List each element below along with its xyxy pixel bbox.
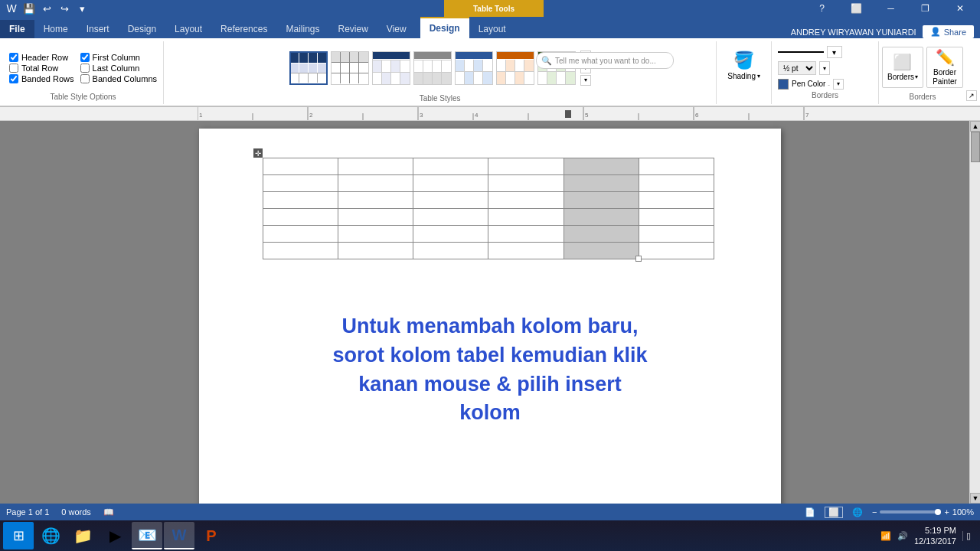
design-page-tab[interactable]: Design (119, 20, 165, 38)
first-column-check[interactable]: First Column (80, 53, 157, 62)
table-cell[interactable] (263, 243, 338, 259)
table-cell-shaded[interactable] (564, 175, 639, 192)
table-cell-shaded[interactable] (564, 192, 639, 209)
references-tab[interactable]: References (211, 20, 276, 38)
table-cell[interactable] (488, 243, 564, 259)
shading-dropdown-icon[interactable]: ▾ (757, 73, 760, 80)
close-button[interactable]: ✕ (942, 0, 977, 17)
table-cell-shaded[interactable] (564, 158, 639, 175)
table-resize-handle[interactable] (635, 256, 642, 262)
table-cell[interactable] (488, 158, 564, 175)
table-cell[interactable] (488, 175, 564, 192)
zoom-slider-thumb[interactable] (935, 509, 941, 515)
borders-dialog-launcher[interactable]: ↗ (966, 90, 977, 101)
document-table[interactable] (263, 158, 714, 259)
taskbar-folder-button[interactable]: 📁 (67, 522, 98, 549)
total-row-check[interactable]: Total Row (9, 64, 77, 73)
review-tab[interactable]: Review (328, 20, 377, 38)
start-button[interactable]: ⊞ (3, 522, 34, 549)
minimize-button[interactable]: ─ (874, 0, 908, 17)
taskbar-powerpoint-button[interactable]: P (196, 522, 227, 549)
header-row-checkbox[interactable] (9, 53, 18, 62)
page-scroll-area[interactable]: ✛ (11, 121, 969, 504)
banded-columns-check[interactable]: Banded Columns (80, 74, 157, 83)
table-cell[interactable] (413, 243, 488, 259)
table-cell[interactable] (263, 192, 338, 209)
table-cell[interactable] (263, 226, 338, 243)
table-style-6[interactable] (496, 51, 534, 85)
table-style-5[interactable] (455, 51, 493, 85)
border-style-dropdown[interactable]: ▾ (827, 46, 842, 58)
table-cell[interactable] (488, 192, 564, 209)
table-cell[interactable] (413, 192, 488, 209)
table-cell[interactable] (338, 192, 413, 209)
restore-button[interactable]: ❐ (908, 0, 942, 17)
table-cell[interactable] (639, 226, 714, 243)
table-style-4[interactable] (413, 51, 452, 85)
table-cell-shaded[interactable] (564, 226, 639, 243)
pen-weight-dropdown[interactable]: ▾ (819, 61, 830, 75)
border-painter-button[interactable]: ✏️ BorderPainter (926, 47, 963, 88)
file-tab[interactable]: File (0, 20, 34, 38)
table-cell[interactable] (263, 209, 338, 226)
tell-me-box[interactable]: 🔍 Tell me what you want to do... (536, 52, 674, 69)
view-tab[interactable]: View (377, 20, 416, 38)
web-layout-button[interactable]: 🌐 (849, 507, 866, 517)
redo-button[interactable]: ↪ (56, 1, 73, 16)
mailings-tab[interactable]: Mailings (276, 20, 328, 38)
total-row-checkbox[interactable] (9, 64, 18, 73)
save-button[interactable]: 💾 (21, 1, 38, 16)
pen-color-dropdown[interactable]: ▾ (833, 79, 844, 90)
scroll-up-button[interactable]: ▲ (970, 121, 980, 132)
last-column-check[interactable]: Last Column (80, 64, 157, 73)
first-column-checkbox[interactable] (80, 53, 90, 62)
table-style-2[interactable] (331, 51, 369, 85)
table-cell[interactable] (413, 209, 488, 226)
table-cell[interactable] (338, 175, 413, 192)
table-cell[interactable] (488, 209, 564, 226)
taskbar-word-button[interactable]: W (164, 522, 194, 549)
table-cell-shaded[interactable] (564, 209, 639, 226)
ribbon-display-button[interactable]: ⬜ (839, 0, 874, 17)
borders-dropdown-icon[interactable]: ▾ (915, 73, 918, 80)
pen-color-swatch[interactable] (778, 79, 789, 90)
show-desktop-button[interactable]: ▯ (962, 531, 971, 541)
vertical-scrollbar[interactable]: ▲ ▼ (969, 121, 980, 504)
banded-columns-checkbox[interactable] (80, 74, 90, 83)
table-move-handle[interactable]: ✛ (253, 148, 263, 158)
table-cell[interactable] (263, 158, 338, 175)
table-cell[interactable] (639, 158, 714, 175)
insert-tab[interactable]: Insert (77, 20, 119, 38)
table-cell[interactable] (338, 209, 413, 226)
pen-weight-select[interactable]: ½ pt 1 pt 1½ pt 2¼ pt 3 pt (778, 61, 816, 75)
zoom-out-button[interactable]: − (872, 507, 877, 517)
zoom-slider[interactable] (880, 510, 941, 514)
read-mode-button[interactable]: 📄 (802, 507, 818, 517)
scroll-down-button[interactable]: ▼ (970, 493, 980, 504)
table-cell[interactable] (413, 175, 488, 192)
help-button[interactable]: ? (805, 0, 839, 17)
print-layout-button[interactable]: ⬜ (825, 507, 843, 518)
design-table-tab[interactable]: Design (420, 17, 469, 38)
proofing-icon[interactable]: 📖 (103, 507, 114, 517)
share-button[interactable]: 👤 Share (923, 25, 974, 38)
taskbar-media-button[interactable]: ▶ (100, 522, 130, 549)
table-cell[interactable] (338, 226, 413, 243)
table-cell[interactable] (338, 243, 413, 259)
header-row-check[interactable]: Header Row (9, 53, 77, 62)
taskbar-ie-button[interactable]: 🌐 (35, 522, 66, 549)
taskbar-outlook-button[interactable]: 📧 (132, 522, 162, 549)
scroll-thumb[interactable] (971, 132, 980, 162)
table-cell-shaded-active[interactable] (564, 243, 639, 259)
table-cell[interactable] (413, 226, 488, 243)
zoom-control[interactable]: − + 100% (872, 507, 974, 517)
table-cell[interactable] (639, 192, 714, 209)
banded-rows-checkbox[interactable] (9, 74, 18, 83)
scroll-track[interactable] (970, 132, 980, 493)
shading-button[interactable]: 🪣 Shading ▾ (723, 43, 765, 87)
undo-button[interactable]: ↩ (38, 1, 55, 16)
layout-table-tab[interactable]: Layout (469, 20, 515, 38)
border-style-line[interactable] (778, 51, 824, 53)
table-style-1[interactable] (289, 51, 328, 85)
banded-rows-check[interactable]: Banded Rows (9, 74, 77, 83)
